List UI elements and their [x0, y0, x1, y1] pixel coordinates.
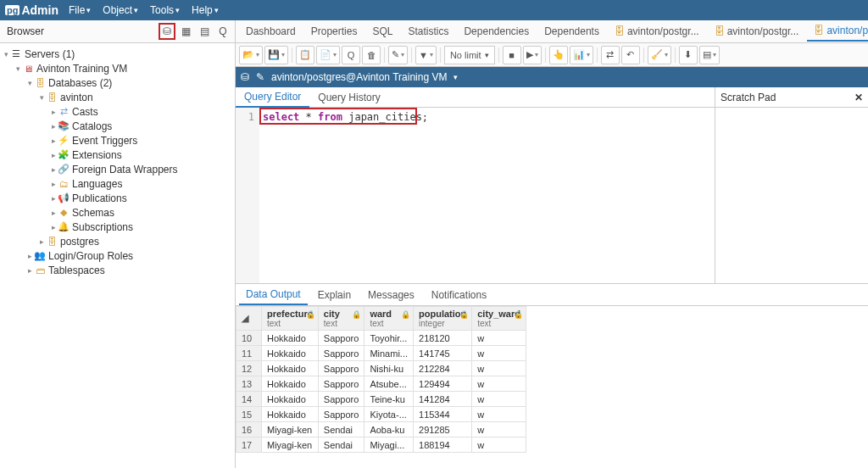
find-button[interactable]: Q [342, 46, 360, 64]
lock-icon: 🔒 [352, 310, 361, 319]
tree-languages[interactable]: ▸🗂Languages [0, 176, 235, 191]
tab-properties[interactable]: Properties [304, 22, 364, 41]
filter-rows-button[interactable]: ▤ [196, 23, 213, 40]
copy-button[interactable]: 📋 [296, 46, 314, 64]
commit-button[interactable]: ⇄ [601, 46, 620, 64]
table-row[interactable]: 13HokkaidoSapporoAtsube...129494w [236, 376, 526, 392]
column-header[interactable]: city_wardtext🔒 [472, 307, 526, 331]
output-tab-data[interactable]: Data Output [239, 285, 308, 305]
column-header[interactable]: citytext🔒 [318, 307, 364, 331]
new-connection-icon[interactable]: ✎ [256, 71, 264, 83]
save-button[interactable]: 💾 [264, 46, 288, 64]
tree-db-postgres[interactable]: ▸🗄postgres [0, 234, 235, 248]
connection-bar: ⛁ ✎ avinton/postgres@Avinton Training VM… [236, 67, 868, 87]
tree-publications[interactable]: ▸📢Publications [0, 191, 235, 205]
tab-query-3[interactable]: 🗄avinton/postgres@A [807, 21, 868, 42]
result-grid[interactable]: ◢prefecturetext🔒citytext🔒wardtext🔒popula… [236, 306, 868, 468]
tree-fdw[interactable]: ▸🔗Foreign Data Wrappers [0, 162, 235, 176]
lock-icon: 🔒 [306, 310, 315, 319]
object-tree[interactable]: ▾☰Servers (1) ▾🖥Avinton Training VM ▾🗄Da… [0, 43, 235, 468]
table-row[interactable]: 14HokkaidoSapporoTeine-ku141284w [236, 392, 526, 407]
tree-subscriptions[interactable]: ▸🔔Subscriptions [0, 220, 235, 234]
tab-sql[interactable]: SQL [365, 22, 399, 41]
tab-dependencies[interactable]: Dependencies [457, 22, 536, 41]
delete-row-button[interactable]: 🗑 [362, 46, 381, 64]
lock-icon: 🔒 [401, 310, 410, 319]
view-data-button[interactable]: ▦ [177, 23, 194, 40]
main-menu: File▾ Object▾ Tools▾ Help▾ [69, 4, 219, 16]
menu-object[interactable]: Object▾ [103, 4, 138, 16]
clear-button[interactable]: 🧹 [648, 46, 671, 64]
column-header[interactable]: wardtext🔒 [364, 307, 414, 331]
grid-corner[interactable]: ◢ [236, 307, 262, 331]
explain-analyze-button[interactable]: 📊 [570, 46, 593, 64]
edit-button[interactable]: ✎ [388, 46, 408, 64]
limit-selector[interactable]: No limit▾ [444, 46, 495, 64]
output-tab-explain[interactable]: Explain [311, 286, 358, 304]
rollback-button[interactable]: ↶ [621, 46, 640, 64]
table-row[interactable]: 15HokkaidoSapporoKiyota-...115344w [236, 407, 526, 422]
tab-dashboard[interactable]: Dashboard [239, 22, 303, 41]
tree-tablespaces[interactable]: ▸🗃Tablespaces [0, 263, 235, 277]
open-file-button[interactable]: 📂 [239, 46, 263, 64]
tab-query-2[interactable]: 🗄avinton/postgr... [708, 22, 806, 41]
lock-icon: 🔒 [514, 310, 523, 319]
output-tab-messages[interactable]: Messages [361, 286, 421, 304]
tree-db-avinton[interactable]: ▾🗄avinton [0, 90, 235, 104]
tree-casts[interactable]: ▸⇄Casts [0, 104, 235, 119]
tab-dependents[interactable]: Dependents [537, 22, 606, 41]
scratch-pad: Scratch Pad ✕ [715, 87, 868, 283]
tab-statistics[interactable]: Statistics [401, 22, 455, 41]
lock-icon: 🔒 [459, 310, 469, 319]
query-toolbar: 📂 💾 📋 📄 Q 🗑 ✎ ▼ No limit▾ ■ ▶ 👆 📊 ⇄ ↶ 🧹 [236, 43, 868, 67]
table-row[interactable]: 10HokkaidoSapporoToyohir...218120w [236, 331, 526, 346]
tree-catalogs[interactable]: ▸📚Catalogs [0, 119, 235, 133]
table-row[interactable]: 16Miyagi-kenSendaiAoba-ku291285w [236, 422, 526, 437]
scratch-title: Scratch Pad [721, 92, 776, 103]
scratch-body[interactable] [715, 108, 868, 283]
explain-button[interactable]: 👆 [549, 46, 568, 64]
query-history-tab[interactable]: Query History [309, 88, 388, 107]
tree-event-triggers[interactable]: ▸⚡Event Triggers [0, 133, 235, 148]
menu-help[interactable]: Help▾ [192, 4, 219, 16]
table-row[interactable]: 11HokkaidoSapporoMinami...141745w [236, 346, 526, 361]
menu-file[interactable]: File▾ [69, 4, 91, 16]
scratch-close-button[interactable]: ✕ [854, 92, 863, 103]
main-tabs: Dashboard Properties SQL Statistics Depe… [236, 20, 868, 43]
search-objects-button[interactable]: Q [214, 23, 231, 40]
output-tabs: Data Output Explain Messages Notificatio… [236, 284, 868, 306]
tree-databases[interactable]: ▾🗄Databases (2) [0, 75, 235, 90]
line-number: 1 [236, 111, 254, 123]
app-logo: pgAdmin [5, 3, 58, 17]
menu-tools[interactable]: Tools▾ [150, 4, 180, 16]
tree-servers[interactable]: ▾☰Servers (1) [0, 47, 235, 61]
paste-button[interactable]: 📄 [316, 46, 340, 64]
macros-button[interactable]: ▤ [699, 46, 720, 64]
connection-status-icon[interactable]: ⛁ [241, 71, 249, 83]
tree-server[interactable]: ▾🖥Avinton Training VM [0, 61, 235, 75]
download-button[interactable]: ⬇ [679, 46, 698, 64]
tree-schemas[interactable]: ▸◆Schemas [0, 205, 235, 220]
tab-query-1[interactable]: 🗄avinton/postgr... [608, 22, 706, 41]
browser-panel: Browser ⛁ ▦ ▤ Q ▾☰Servers (1) ▾🖥Avinton … [0, 20, 236, 468]
sql-editor[interactable]: 1 select * from japan_cities; [236, 108, 715, 283]
column-header[interactable]: prefecturetext🔒 [262, 307, 319, 331]
execute-button[interactable]: ▶ [523, 46, 542, 64]
connection-path[interactable]: avinton/postgres@Avinton Training VM [271, 71, 447, 83]
query-tool-button[interactable]: ⛁ [159, 23, 175, 40]
tree-roles[interactable]: ▸👥Login/Group Roles [0, 248, 235, 263]
stop-button[interactable]: ■ [503, 46, 521, 64]
output-tab-notifications[interactable]: Notifications [425, 286, 493, 304]
query-editor-tab[interactable]: Query Editor [236, 87, 309, 108]
browser-title: Browser [7, 25, 44, 37]
filter-button[interactable]: ▼ [415, 46, 437, 64]
column-header[interactable]: populationinteger🔒 [414, 307, 472, 331]
app-header: pgAdmin File▾ Object▾ Tools▾ Help▾ [0, 0, 868, 20]
tree-extensions[interactable]: ▸🧩Extensions [0, 148, 235, 162]
table-row[interactable]: 17Miyagi-kenSendaiMiyagi...188194w [236, 437, 526, 453]
table-row[interactable]: 12HokkaidoSapporoNishi-ku212284w [236, 361, 526, 376]
